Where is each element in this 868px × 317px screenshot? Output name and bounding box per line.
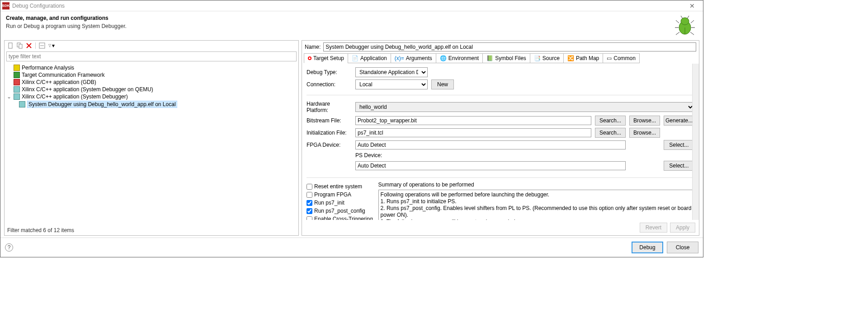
tab-application[interactable]: 📄Application: [348, 53, 391, 63]
collapse-icon[interactable]: [38, 42, 46, 49]
summary-textarea[interactable]: Following operations will be performed b…: [378, 190, 694, 220]
apply-button[interactable]: Apply: [670, 223, 695, 233]
expand-filter-icon[interactable]: ▾: [47, 42, 55, 49]
name-label: Name:: [305, 44, 321, 50]
debug-type-select[interactable]: Standalone Application Debug: [355, 67, 428, 77]
svg-line-7: [676, 32, 679, 35]
close-button[interactable]: Close: [667, 242, 698, 253]
tab-path-map[interactable]: 🔀Path Map: [563, 53, 603, 63]
revert-button[interactable]: Revert: [640, 223, 667, 233]
right-panel: Name: Target Setup 📄Application (x)=Argu…: [302, 40, 699, 236]
reset-checkbox[interactable]: Reset entire system: [307, 183, 373, 190]
hw-platform-label: Hardware Platform:: [307, 101, 352, 113]
debug-button[interactable]: Debug: [632, 242, 663, 253]
svg-point-1: [681, 18, 689, 25]
operation-checkboxes: Reset entire system Program FPGA Run ps7…: [307, 182, 373, 220]
tree-item-selected-config[interactable]: System Debugger using Debug_hello_world_…: [5, 100, 297, 108]
tabbar: Target Setup 📄Application (x)=Arguments …: [302, 53, 699, 64]
footer: ? Debug Close: [0, 238, 703, 257]
debug-type-label: Debug Type:: [307, 69, 352, 75]
bitstream-browse-button[interactable]: Browse...: [629, 116, 660, 126]
tab-source[interactable]: 📑Source: [530, 53, 564, 63]
fpga-select-button[interactable]: Select...: [664, 140, 694, 150]
tab-common[interactable]: ▭Common: [603, 53, 640, 63]
program-fpga-checkbox[interactable]: Program FPGA: [307, 191, 373, 198]
run-ps7-post-checkbox[interactable]: Run ps7_post_config: [307, 208, 373, 214]
delete-icon[interactable]: [25, 42, 33, 49]
tree-item-tcf[interactable]: Target Communication Framework: [5, 71, 297, 79]
fpga-device-input[interactable]: [355, 140, 626, 149]
svg-line-4: [691, 20, 694, 23]
gdb-icon: [14, 79, 20, 85]
launch-icon: [19, 101, 25, 107]
svg-line-10: [687, 16, 689, 19]
bitstream-search-button[interactable]: Search...: [595, 116, 626, 126]
tcf-icon: [14, 72, 20, 78]
filter-status: Filter matched 6 of 12 items: [5, 225, 298, 235]
common-icon: ▭: [607, 55, 612, 61]
tab-target-setup[interactable]: Target Setup: [304, 53, 348, 63]
ps-device-label: PS Device:: [355, 152, 591, 158]
bug-icon: [674, 15, 696, 37]
init-search-button[interactable]: Search...: [595, 128, 626, 138]
connection-label: Connection:: [307, 81, 352, 88]
connection-select[interactable]: Local: [355, 79, 428, 89]
environment-icon: 🌐: [440, 55, 447, 61]
svg-rect-13: [19, 44, 22, 48]
tab-symbol-files[interactable]: 📗Symbol Files: [482, 53, 530, 63]
left-toolbar: ▾: [5, 41, 298, 51]
symbol-icon: 📗: [486, 55, 493, 61]
filter-input[interactable]: [6, 51, 297, 61]
path-map-icon: 🔀: [567, 55, 574, 61]
tree-item-gdb[interactable]: Xilinx C/C++ application (GDB): [5, 79, 297, 86]
svg-rect-11: [9, 43, 12, 48]
source-icon: 📑: [534, 55, 541, 61]
run-ps7-init-checkbox[interactable]: Run ps7_init: [307, 200, 373, 206]
fpga-device-label: FPGA Device:: [307, 142, 352, 148]
svg-line-8: [690, 32, 694, 35]
target-icon: [308, 56, 311, 60]
tree-item-performance[interactable]: Performance Analysis: [5, 64, 297, 71]
tree-item-system-debugger[interactable]: ⌄Xilinx C/C++ application (System Debugg…: [5, 93, 297, 100]
qemu-icon: [14, 86, 20, 93]
svg-line-3: [676, 20, 679, 23]
tree-item-qemu[interactable]: Xilinx C/C++ application (System Debugge…: [5, 86, 297, 93]
header-subtitle: Run or Debug a program using System Debu…: [6, 23, 674, 29]
init-file-label: Initialization File:: [307, 130, 352, 136]
help-icon[interactable]: ?: [5, 243, 13, 252]
tab-arguments[interactable]: (x)=Arguments: [391, 53, 436, 63]
ps-select-button[interactable]: Select...: [664, 161, 694, 171]
config-tree[interactable]: Performance Analysis Target Communicatio…: [5, 62, 298, 225]
new-config-icon[interactable]: [7, 42, 14, 49]
sd-icon: [14, 93, 20, 100]
arguments-icon: (x)=: [395, 55, 404, 61]
bitstream-generate-button[interactable]: Generate...: [664, 116, 694, 126]
bitstream-label: Bitstream File:: [307, 117, 352, 124]
perf-icon: [14, 65, 20, 71]
header: Create, manage, and run configurations R…: [0, 11, 703, 40]
target-setup-content: Debug Type: Standalone Application Debug…: [302, 64, 699, 220]
header-title: Create, manage, and run configurations: [6, 15, 674, 21]
left-panel: ▾ Performance Analysis Target Communicat…: [4, 40, 299, 236]
titlebar: SDK Debug Configurations ✕: [0, 0, 703, 11]
new-connection-button[interactable]: New: [431, 79, 454, 89]
name-input[interactable]: [323, 42, 696, 51]
enable-cross-trigger-checkbox[interactable]: Enable Cross-Triggering: [307, 216, 373, 220]
init-browse-button[interactable]: Browse...: [629, 128, 660, 138]
summary-title: Summary of operations to be performed: [378, 182, 694, 188]
svg-line-9: [681, 16, 683, 19]
bitstream-input[interactable]: [355, 116, 591, 125]
scrollbar[interactable]: [692, 64, 699, 220]
close-icon[interactable]: ✕: [683, 2, 701, 9]
ps-device-input[interactable]: [355, 161, 626, 170]
chevron-down-icon[interactable]: ⌄: [6, 94, 12, 99]
application-icon: 📄: [352, 55, 359, 61]
hw-platform-select[interactable]: hello_world: [355, 102, 694, 112]
init-file-input[interactable]: [355, 128, 591, 137]
duplicate-icon[interactable]: [16, 42, 24, 49]
window-title: Debug Configurations: [12, 3, 683, 9]
sdk-icon: SDK: [2, 2, 9, 9]
tab-environment[interactable]: 🌐Environment: [436, 53, 483, 63]
